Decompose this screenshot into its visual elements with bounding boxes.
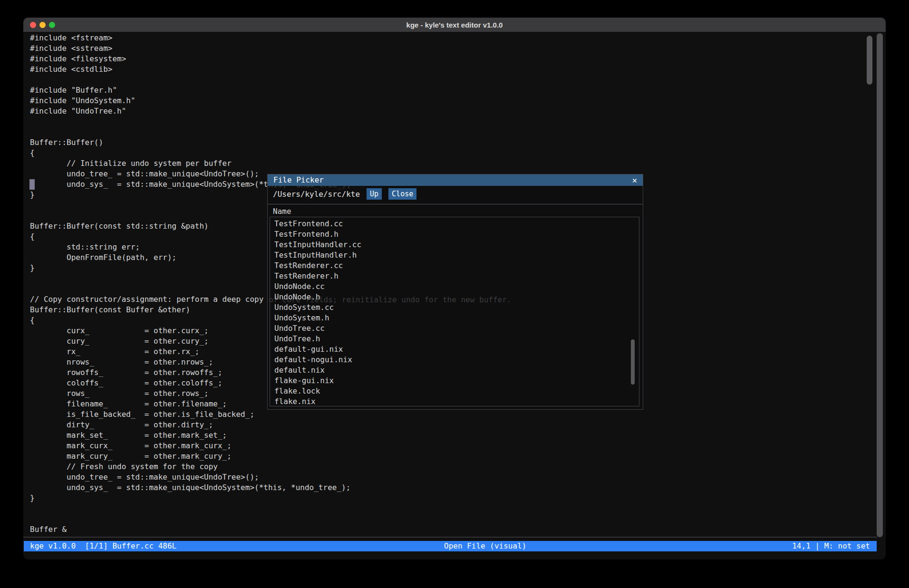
close-button[interactable]: Close	[388, 188, 416, 200]
editor-scrollbar-thumb[interactable]	[867, 36, 872, 85]
code-line: Buffer &	[30, 524, 511, 535]
file-picker-dialog: undo_sys_ = std::make_unique<UndoSystem>…	[267, 174, 643, 410]
path-toolbar: /Users/kyle/src/kte Up Close	[273, 188, 638, 200]
file-list-item[interactable]: flake-gui.nix	[274, 376, 639, 386]
code-line: #include "UndoSystem.h"	[30, 96, 511, 106]
file-list-item[interactable]: TestFrontend.cc	[274, 219, 639, 229]
file-list-scrollbar-thumb[interactable]	[631, 339, 635, 385]
toolbar-divider	[268, 204, 643, 204]
traffic-lights	[23, 22, 55, 28]
file-list-item[interactable]: TestRenderer.h	[274, 271, 639, 281]
code-line	[30, 75, 511, 85]
dialog-title: File Picker	[273, 174, 324, 186]
code-line	[30, 116, 511, 127]
file-list-item[interactable]: default.nix	[274, 365, 639, 376]
file-list-item[interactable]: TestInputHandler.cc	[274, 240, 639, 250]
file-list-item[interactable]: UndoNode.cc	[274, 281, 639, 292]
code-line: Buffer::Buffer()	[30, 137, 511, 148]
file-list-item[interactable]: UndoSystem.cc	[274, 302, 639, 313]
minimize-window-button[interactable]	[39, 22, 46, 28]
code-line: #include <sstream>	[30, 43, 511, 54]
code-line: #include <cstdlib>	[30, 64, 511, 75]
close-window-button[interactable]	[30, 22, 36, 28]
statusbar-divider	[23, 537, 877, 538]
editor-window: kge - kyle's text editor v1.0.0 #include…	[23, 18, 886, 559]
file-list[interactable]: TestFrontend.ccTestFrontend.hTestInputHa…	[270, 217, 639, 406]
editor-scrollbar-track[interactable]	[877, 33, 883, 537]
file-list-item[interactable]: UndoNode.h	[274, 292, 639, 302]
status-version-file: kge v1.0.0 [1/1] Buffer.cc 486L	[30, 541, 176, 551]
status-cursor-mark: 14,1 | M: not set	[792, 541, 870, 551]
code-line: is_file_backed_ = other.is_file_backed_;	[30, 409, 511, 420]
file-list-item[interactable]: UndoTree.cc	[274, 323, 639, 334]
code-line: mark_set_ = other.mark_set_;	[30, 430, 511, 441]
code-line: #include "Buffer.h"	[30, 85, 511, 96]
text-cursor	[29, 179, 35, 190]
code-line	[30, 514, 511, 524]
file-list-item[interactable]: flake.lock	[274, 386, 639, 396]
code-line: }	[30, 493, 511, 503]
up-button[interactable]: Up	[367, 188, 382, 200]
code-line	[30, 127, 511, 137]
code-line: dirty_ = other.dirty_;	[30, 420, 511, 430]
window-titlebar[interactable]: kge - kyle's text editor v1.0.0	[23, 18, 886, 32]
window-title: kge - kyle's text editor v1.0.0	[23, 21, 886, 29]
code-line	[30, 503, 511, 514]
file-list-item[interactable]: TestRenderer.cc	[274, 260, 639, 271]
code-line: #include <fstream>	[30, 33, 511, 43]
code-line: mark_curx_ = other.mark_curx_;	[30, 441, 511, 451]
code-line: undo_tree_ = std::make_unique<UndoTree>(…	[30, 472, 511, 482]
status-mode: Open File (visual)	[444, 541, 526, 551]
file-list-item[interactable]: TestFrontend.h	[274, 229, 639, 240]
file-list-item[interactable]: flake.nix	[274, 396, 639, 407]
dialog-close-icon[interactable]: ✕	[632, 174, 637, 186]
file-list-item[interactable]: default-gui.nix	[274, 344, 639, 355]
code-line: mark_cury_ = other.mark_cury_;	[30, 451, 511, 462]
file-list-item[interactable]: UndoTree.h	[274, 334, 639, 344]
current-path: /Users/kyle/src/kte	[273, 190, 360, 199]
file-list-item[interactable]: UndoSystem.h	[274, 313, 639, 323]
zoom-window-button[interactable]	[49, 22, 55, 28]
code-line: #include <filesystem>	[30, 54, 511, 64]
code-line: undo_sys_ = std::make_unique<UndoSystem>…	[30, 482, 511, 493]
dialog-titlebar[interactable]: File Picker ✕	[268, 174, 643, 186]
code-line: {	[30, 148, 511, 158]
file-list-item[interactable]: TestInputHandler.h	[274, 250, 639, 260]
code-line: // Fresh undo system for the copy	[30, 462, 511, 472]
code-line: // Initialize undo system per buffer	[30, 158, 511, 169]
file-list-item[interactable]: default-nogui.nix	[274, 355, 639, 365]
name-column-header: Name	[273, 207, 291, 216]
code-line: #include "UndoTree.h"	[30, 106, 511, 116]
status-bar: kge v1.0.0 [1/1] Buffer.cc 486L Open Fil…	[24, 541, 877, 551]
